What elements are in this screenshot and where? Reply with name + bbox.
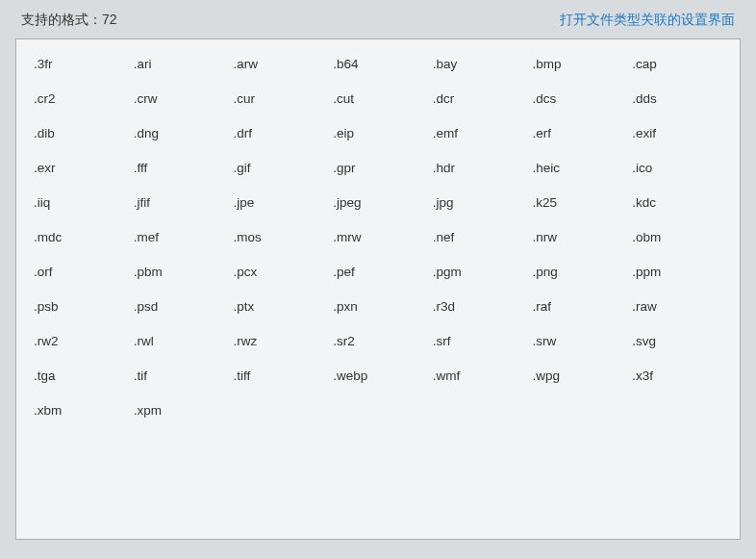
format-item: .jpg [433, 195, 529, 210]
format-item: .jpeg [333, 195, 429, 210]
format-item: .dcr [433, 91, 529, 106]
format-item: .raw [632, 299, 728, 314]
formats-list-panel: .3fr.ari.arw.b64.bay.bmp.cap.cr2.crw.cur… [15, 38, 741, 540]
format-item: .pgm [433, 265, 529, 279]
format-item: .x3f [632, 368, 728, 383]
format-item: .exr [34, 161, 130, 175]
format-item: .crw [134, 91, 230, 106]
format-item: .ptx [233, 299, 329, 314]
formats-count: 72 [102, 12, 117, 27]
format-item: .mrw [333, 230, 429, 244]
format-item: .ico [632, 161, 728, 175]
format-item: .kdc [632, 195, 728, 210]
format-item: .exif [632, 126, 728, 140]
format-item: .tiff [233, 368, 329, 383]
format-item: .rwz [233, 334, 329, 348]
format-item: .xpm [134, 403, 230, 418]
open-file-association-settings-link[interactable]: 打开文件类型关联的设置界面 [560, 12, 735, 29]
format-item: .nrw [533, 230, 629, 244]
format-item: .nef [433, 230, 529, 244]
format-item: .drf [233, 126, 329, 140]
format-item: .webp [333, 368, 429, 383]
format-item: .rwl [134, 334, 230, 348]
format-item: .raf [533, 299, 629, 314]
format-item: .dds [632, 91, 728, 106]
header: 支持的格式：72 打开文件类型关联的设置界面 [15, 12, 741, 29]
format-item: .hdr [433, 161, 529, 175]
format-item: .erf [533, 126, 629, 140]
format-item: .iiq [34, 195, 130, 210]
supported-formats-label: 支持的格式：72 [21, 12, 117, 29]
formats-grid: .3fr.ari.arw.b64.bay.bmp.cap.cr2.crw.cur… [34, 57, 728, 418]
format-item: .wpg [533, 368, 629, 383]
format-item: .dcs [533, 91, 629, 106]
format-item: .dib [34, 126, 130, 140]
format-item: .xbm [34, 403, 130, 418]
format-item: .mdc [34, 230, 130, 244]
label-prefix: 支持的格式： [21, 12, 102, 27]
format-item: .rw2 [34, 334, 130, 348]
format-item: .r3d [433, 299, 529, 314]
format-item: .b64 [333, 57, 429, 71]
format-item: .jpe [233, 195, 329, 210]
format-item: .pef [333, 265, 429, 279]
format-item: .psb [34, 299, 130, 314]
format-item: .srf [433, 334, 529, 348]
format-item: .cut [333, 91, 429, 106]
format-item: .gif [233, 161, 329, 175]
format-item: .arw [233, 57, 329, 71]
format-item: .bmp [533, 57, 629, 71]
format-item: .tif [134, 368, 230, 383]
format-item: .tga [34, 368, 130, 383]
format-item: .k25 [533, 195, 629, 210]
format-item: .mos [233, 230, 329, 244]
format-item: .psd [134, 299, 230, 314]
format-item: .3fr [34, 57, 130, 71]
format-item: .obm [632, 230, 728, 244]
format-item: .ari [134, 57, 230, 71]
format-item: .cap [632, 57, 728, 71]
format-item: .dng [134, 126, 230, 140]
format-item: .ppm [632, 265, 728, 279]
supported-formats-panel: 支持的格式：72 打开文件类型关联的设置界面 .3fr.ari.arw.b64.… [0, 0, 756, 555]
format-item: .wmf [433, 368, 529, 383]
format-item: .pxn [333, 299, 429, 314]
format-item: .pbm [134, 265, 230, 279]
format-item: .png [533, 265, 629, 279]
format-item: .cr2 [34, 91, 130, 106]
format-item: .gpr [333, 161, 429, 175]
format-item: .heic [533, 161, 629, 175]
format-item: .orf [34, 265, 130, 279]
format-item: .bay [433, 57, 529, 71]
format-item: .fff [134, 161, 230, 175]
format-item: .sr2 [333, 334, 429, 348]
format-item: .srw [533, 334, 629, 348]
format-item: .emf [433, 126, 529, 140]
format-item: .cur [233, 91, 329, 106]
format-item: .pcx [233, 265, 329, 279]
format-item: .svg [632, 334, 728, 348]
format-item: .mef [134, 230, 230, 244]
format-item: .jfif [134, 195, 230, 210]
format-item: .eip [333, 126, 429, 140]
